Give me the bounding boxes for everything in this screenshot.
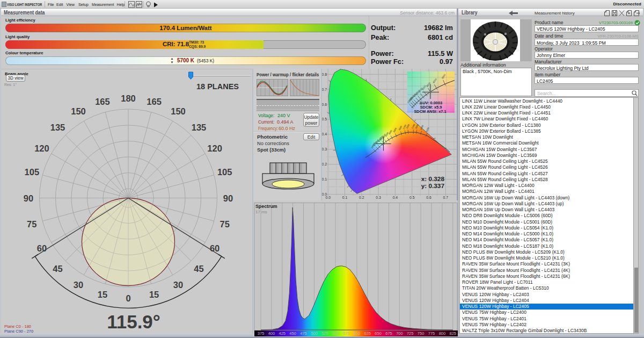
svg-text:0.6: 0.6 [426,196,431,199]
svg-text:150: 150 [71,106,86,116]
svg-text:0.0: 0.0 [325,196,331,199]
svg-text:150: 150 [171,106,186,116]
svg-text:2500: 2500 [406,123,411,129]
svg-text:75: 75 [27,219,36,229]
svg-text:60: 60 [210,243,219,253]
svg-text:120: 120 [207,143,222,153]
svg-text:15: 15 [149,290,159,299]
svg-text:0.2: 0.2 [359,196,364,199]
svg-text:3500: 3500 [441,73,447,80]
svg-text:165: 165 [95,97,110,106]
svg-text:0.0: 0.0 [322,192,327,196]
svg-text:135: 135 [50,123,65,132]
svg-text:SDCM ANSI: x7.1: SDCM ANSI: x7.1 [414,109,446,113]
svg-text:0.4: 0.4 [322,132,327,136]
svg-text:3500: 3500 [392,127,397,133]
svg-text:0.7: 0.7 [322,88,327,91]
svg-text:2000: 2000 [414,124,419,130]
svg-text:0.4: 0.4 [393,196,398,199]
svg-text:120: 120 [34,143,49,153]
svg-text:0.2: 0.2 [322,162,327,166]
svg-text:15: 15 [98,290,107,299]
svg-text:y: 0.337: y: 0.337 [421,182,445,190]
svg-text:90: 90 [223,193,233,203]
svg-text:0.8: 0.8 [322,73,327,76]
svg-text:0.3: 0.3 [322,147,327,151]
svg-text:75: 75 [220,219,230,229]
svg-text:0: 0 [126,293,130,303]
svg-text:60: 60 [37,243,47,253]
svg-text:45: 45 [194,264,203,274]
svg-text:45: 45 [53,264,62,274]
svg-text:115.9°: 115.9° [107,311,160,332]
svg-text:4000: 4000 [388,129,393,135]
svg-text:105: 105 [25,167,40,177]
svg-text:Plane C90 - 270: Plane C90 - 270 [4,329,33,334]
svg-text:0.5: 0.5 [322,117,327,121]
svg-text:0.3: 0.3 [376,196,381,199]
svg-text:0.6: 0.6 [322,103,327,106]
svg-text:0.7: 0.7 [443,196,449,199]
svg-text:105: 105 [217,167,232,177]
svg-text:x: 0.328: x: 0.328 [421,175,445,183]
svg-text:0.1: 0.1 [342,196,348,199]
svg-text:180: 180 [121,94,136,103]
svg-text:165: 165 [147,97,162,106]
svg-text:0.5: 0.5 [409,196,415,199]
svg-text:90: 90 [24,193,33,203]
svg-text:135: 135 [192,123,207,132]
svg-text:0.1: 0.1 [322,177,327,181]
svg-text:30: 30 [74,280,83,290]
svg-text:30: 30 [173,280,183,290]
svg-text:1500: 1500 [425,127,430,133]
svg-text:4000: 4000 [432,77,437,84]
